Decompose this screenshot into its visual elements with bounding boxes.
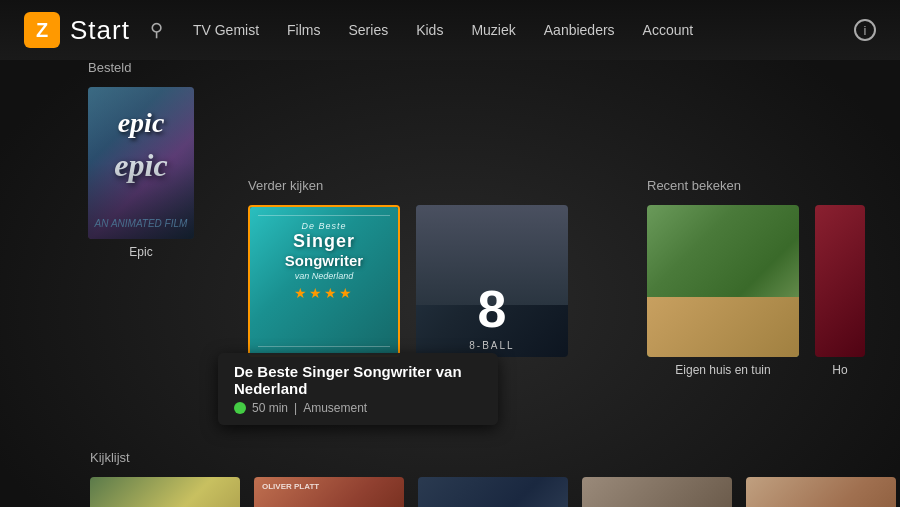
info-button[interactable]: i (854, 19, 876, 41)
ho-card[interactable]: Ho (815, 205, 865, 377)
search-icon[interactable]: ⚲ (150, 19, 163, 41)
kijklijst-section: Kijklijst OLIVER PLATT (0, 450, 900, 507)
kijklijst-card-3[interactable]: A A GIFTED MAN (418, 477, 568, 507)
tooltip-dot (234, 402, 246, 414)
tooltip-duration: 50 min (252, 401, 288, 415)
kijklijst-img-5 (746, 477, 896, 507)
singer-stars: ★★★★ (294, 285, 354, 301)
tooltip-separator: | (294, 401, 297, 415)
ho-image (815, 205, 865, 357)
nav-films[interactable]: Films (273, 16, 334, 44)
singer-line2: Singer (293, 231, 355, 252)
singer-songwriter-image: De Beste Singer Songwriter van Nederland… (248, 205, 400, 357)
singer-line3: Songwriter (285, 252, 363, 269)
kijklijst-card-4[interactable] (582, 477, 732, 507)
besteld-epic-card[interactable]: AN ANIMATED FILM epic Epic (88, 87, 194, 259)
kijklijst-card-1[interactable] (90, 477, 240, 507)
tooltip-title: De Beste Singer Songwriter van Nederland (234, 363, 482, 397)
8ball-number: 8 (478, 283, 507, 335)
kijklijst-title: Kijklijst (90, 450, 900, 465)
singer-songwriter-card[interactable]: De Beste Singer Songwriter van Nederland… (248, 205, 400, 357)
epic-card-label: Epic (88, 245, 194, 259)
kijklijst-img-1 (90, 477, 240, 507)
singer-line4: van Nederland (295, 271, 354, 281)
nav-series[interactable]: Series (334, 16, 402, 44)
singer-line1: De Beste (301, 221, 346, 231)
verder-kijken-title: Verder kijken (248, 178, 568, 193)
nav-aanbieders[interactable]: Aanbieders (530, 16, 629, 44)
verder-kijken-section: Verder kijken De Beste Singer Songwriter… (248, 178, 568, 357)
recent-bekeken-section: Recent bekeken Eigen huis en tuin (647, 178, 865, 377)
kijklijst-card-2[interactable]: OLIVER PLATT (254, 477, 404, 507)
verder-kijken-cards: De Beste Singer Songwriter van Nederland… (248, 205, 568, 357)
header: Z Start ⚲ TV Gemist Films Series Kids Mu… (0, 0, 900, 60)
kijklijst-img-2: OLIVER PLATT (254, 477, 404, 507)
logo-container: Z Start (24, 12, 130, 48)
recent-bekeken-title: Recent bekeken (647, 178, 865, 193)
recent-bekeken-cards: Eigen huis en tuin Ho (647, 205, 865, 377)
epic-card-image: AN ANIMATED FILM epic (88, 87, 194, 239)
besteld-title: Besteld (88, 60, 194, 75)
8ball-image: 8 8-BALL (416, 205, 568, 357)
8ball-card[interactable]: 8 8-BALL (416, 205, 568, 357)
nav-kids[interactable]: Kids (402, 16, 457, 44)
kijklijst-img-3: A A GIFTED MAN (418, 477, 568, 507)
nav-tv-gemist[interactable]: TV Gemist (179, 16, 273, 44)
tooltip-meta: 50 min | Amusement (234, 401, 482, 415)
logo-icon: Z (24, 12, 60, 48)
kijklijst-cards: OLIVER PLATT A A GIFTED MAN (90, 477, 900, 507)
card-tooltip: De Beste Singer Songwriter van Nederland… (218, 353, 498, 425)
ho-label: Ho (815, 363, 865, 377)
main-content: Besteld AN ANIMATED FILM epic Epic Verde… (0, 60, 900, 507)
kijklijst-img-4 (582, 477, 732, 507)
main-nav: ⚲ TV Gemist Films Series Kids Muziek Aan… (150, 16, 876, 44)
app-title: Start (70, 15, 130, 46)
nav-account[interactable]: Account (629, 16, 708, 44)
8ball-subtitle: 8-BALL (416, 340, 568, 351)
tooltip-genre: Amusement (303, 401, 367, 415)
besteld-section: Besteld AN ANIMATED FILM epic Epic (88, 60, 194, 259)
eigen-huis-image (647, 205, 799, 357)
eigen-huis-card[interactable]: Eigen huis en tuin (647, 205, 799, 377)
nav-muziek[interactable]: Muziek (457, 16, 529, 44)
kijklijst-card-5[interactable] (746, 477, 896, 507)
eigen-huis-label: Eigen huis en tuin (647, 363, 799, 377)
